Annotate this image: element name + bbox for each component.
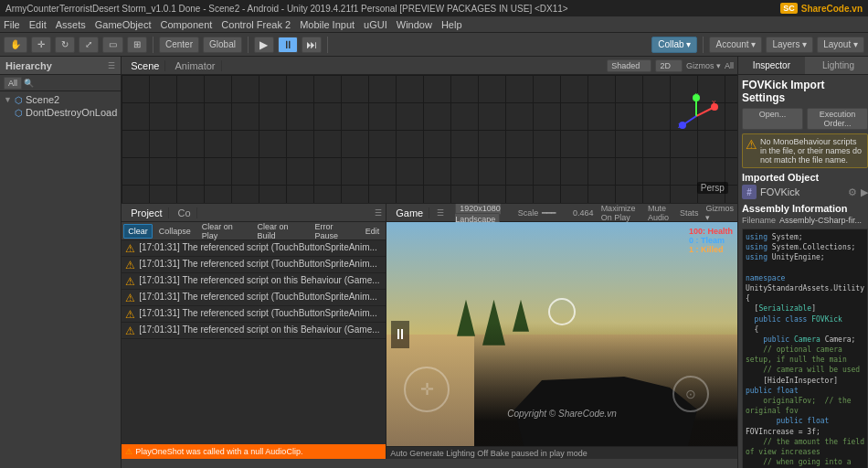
- console-entry-4[interactable]: ⚠ [17:01:31] The referenced script (Touc…: [122, 306, 386, 323]
- console-entry-3[interactable]: ⚠ [17:01:31] The referenced script (Touc…: [122, 290, 386, 306]
- error-pause-button[interactable]: Error Pause: [310, 224, 358, 239]
- hierarchy-dontdestroy-label: DontDestroyOnLoad: [26, 107, 117, 118]
- console-text-3: [17:01:31] The referenced script (TouchB…: [139, 292, 377, 302]
- hierarchy-item-scene2[interactable]: ▼ ⬡ Scene2: [2, 93, 119, 106]
- collapse-button[interactable]: Collapse: [154, 224, 196, 239]
- mode-dropdown[interactable]: 2D: [655, 59, 683, 72]
- scale-tool-button[interactable]: ⤢: [79, 37, 99, 53]
- gameobject-icon: ⬡: [15, 108, 23, 118]
- filename-val: Assembly-CSharp-fir...: [779, 216, 868, 225]
- lighting-tab[interactable]: Lighting: [805, 57, 868, 74]
- status-warn-icon: ⚠: [125, 448, 132, 456]
- animator-tab[interactable]: Animator: [169, 60, 221, 71]
- menu-ugui[interactable]: uGUI: [364, 19, 387, 30]
- console-text-1: [17:01:31] The referenced script (TouchB…: [139, 259, 377, 269]
- assembly-info: Filename Assembly-CSharp-fir...: [742, 216, 868, 225]
- expand-arrow: ▼: [4, 95, 12, 104]
- rotate-tool-button[interactable]: ↻: [55, 37, 75, 53]
- console-entry-2[interactable]: ⚠ [17:01:31] The referenced script on th…: [122, 273, 386, 290]
- menu-gameobject[interactable]: GameObject: [95, 19, 152, 30]
- code-line-6: [Serializable]: [746, 303, 864, 314]
- clear-button[interactable]: Clear: [123, 224, 153, 239]
- game-status-text: Auto Generate Lighting Off Bake paused i…: [390, 449, 587, 458]
- pivot-button[interactable]: Center: [159, 37, 199, 53]
- code-line-2: using UnityEngine;: [746, 252, 864, 262]
- hierarchy-item-dontdestroy[interactable]: ⬡ DontDestroyOnLoad: [2, 106, 119, 119]
- game-resolution-dropdown[interactable]: 1920x1080 Landscape: [455, 204, 510, 224]
- step-button[interactable]: ⏭: [302, 37, 322, 53]
- hierarchy-search-icon[interactable]: 🔍: [24, 79, 34, 88]
- warn-icon-3: ⚠: [125, 292, 135, 303]
- project-tab[interactable]: Project: [125, 207, 168, 218]
- game-menu-icon[interactable]: ☰: [437, 208, 444, 218]
- scale-slider[interactable]: ━━━: [542, 208, 569, 218]
- menu-controlfreak[interactable]: Control Freak 2: [221, 19, 291, 30]
- pause-overlay-btn[interactable]: ⏸: [391, 321, 409, 348]
- game-viewport[interactable]: 100: Health 0 : Tleam 1 : Killed: [386, 222, 737, 446]
- shading-dropdown[interactable]: Shaded: [607, 59, 651, 72]
- menu-edit[interactable]: Edit: [29, 19, 47, 30]
- pause-button[interactable]: ⏸: [278, 37, 298, 53]
- menu-window[interactable]: Window: [397, 19, 432, 30]
- menu-help[interactable]: Help: [441, 19, 462, 30]
- play-button[interactable]: ▶: [254, 37, 274, 53]
- hierarchy-menu-icon[interactable]: ☰: [108, 61, 115, 70]
- crosshair: [548, 298, 576, 325]
- menu-mobileinput[interactable]: Mobile Input: [300, 19, 355, 30]
- window-title: ArmyCounterTerroristDesert Storm_v1.0.1 …: [5, 4, 568, 14]
- hand-tool-button[interactable]: ✋: [4, 37, 27, 53]
- inspector-tab[interactable]: Inspector: [738, 57, 805, 74]
- menu-component[interactable]: Component: [160, 19, 212, 30]
- menu-bar: File Edit Assets GameObject Component Co…: [0, 16, 868, 33]
- console-entry-5[interactable]: ⚠ [17:01:31] The referenced script on th…: [122, 323, 386, 339]
- mute-audio-btn[interactable]: Mute Audio: [648, 204, 672, 222]
- maximize-on-play-btn[interactable]: Maximize On Play: [601, 204, 640, 222]
- console-entry-0[interactable]: ⚠ [17:01:31] The referenced script (Touc…: [122, 240, 386, 257]
- panel-menu-icon[interactable]: ☰: [375, 208, 382, 218]
- right-panel-tabs: Inspector Lighting: [738, 57, 868, 75]
- scene-tab[interactable]: Scene: [125, 60, 165, 71]
- gizmos-btn[interactable]: Gizmos ▾: [686, 61, 721, 70]
- console-text-4: [17:01:31] The referenced script (TouchB…: [139, 308, 377, 318]
- bottom-content: Project Co ☰ Clear Collapse Clear on Pla…: [122, 204, 737, 459]
- move-tool-button[interactable]: ✛: [31, 37, 51, 53]
- game-gizmos-btn[interactable]: Gizmos ▾: [705, 204, 734, 222]
- open-button[interactable]: Open...: [742, 108, 803, 130]
- clear-on-build-button[interactable]: Clear on Build: [253, 224, 309, 239]
- global-button[interactable]: Global: [203, 37, 242, 53]
- account-button[interactable]: Account ▾: [709, 37, 762, 53]
- scene-all-btn[interactable]: All: [725, 61, 734, 70]
- axis-widget: X Y Z: [673, 93, 719, 139]
- inspector-content: FOVKick Import Settings Open... Executio…: [738, 75, 868, 468]
- object-settings-icon[interactable]: ⚙: [848, 186, 857, 198]
- layout-button[interactable]: Layout ▾: [817, 37, 864, 53]
- scene-viewport[interactable]: X Y Z Persp: [122, 75, 737, 203]
- collab-button[interactable]: Collab ▾: [651, 37, 697, 53]
- console-toolbar: Clear Collapse Clear on Play Clear on Bu…: [122, 222, 386, 240]
- stats-btn[interactable]: Stats: [680, 208, 699, 218]
- console-text-0: [17:01:31] The referenced script (TouchB…: [139, 242, 377, 252]
- hierarchy-all-button[interactable]: All: [4, 77, 22, 90]
- execution-order-button[interactable]: Execution Order...: [807, 108, 868, 130]
- console-entry-1[interactable]: ⚠ [17:01:31] The referenced script (Touc…: [122, 257, 386, 273]
- menu-assets[interactable]: Assets: [56, 19, 86, 30]
- edit-button[interactable]: Edit: [361, 224, 385, 239]
- code-line-1: using System.Collections;: [746, 242, 864, 252]
- code-line-4: namespace UnityStandardAssets.Utility: [746, 273, 864, 293]
- toolbar-separator-3: [327, 37, 328, 53]
- logo-label: ShareCode.vn: [801, 4, 863, 14]
- status-text: PlayOneShot was called with a null Audio…: [135, 447, 302, 456]
- rect-tool-button[interactable]: ▭: [102, 37, 123, 53]
- menu-file[interactable]: File: [4, 19, 20, 30]
- transform-tool-button[interactable]: ⊞: [127, 37, 147, 53]
- project-tab-bar: Project Co ☰: [122, 204, 386, 222]
- console-tab[interactable]: Co: [173, 207, 197, 218]
- clear-on-play-button[interactable]: Clear on Play: [197, 224, 251, 239]
- object-more-icon[interactable]: ▶: [861, 186, 868, 198]
- code-line-7: public class FOVKick: [746, 314, 864, 324]
- toolbar: ✋ ✛ ↻ ⤢ ▭ ⊞ Center Global ▶ ⏸ ⏭ Collab ▾…: [0, 33, 868, 57]
- warn-icon-1: ⚠: [125, 260, 135, 271]
- game-tab-label[interactable]: Game: [390, 207, 429, 218]
- layers-button[interactable]: Layers ▾: [766, 37, 813, 53]
- scene-toolbar: Scene Animator Shaded 2D Gizmos ▾ All: [122, 57, 737, 75]
